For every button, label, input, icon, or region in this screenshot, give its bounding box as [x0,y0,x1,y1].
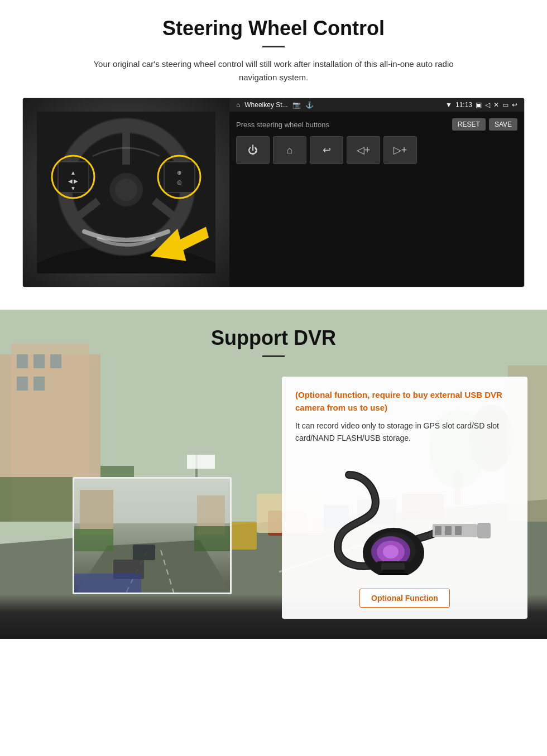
swc-instruction-row: Press steering wheel buttons RESET SAVE [236,118,517,131]
mirror-icon: ▭ [502,101,508,109]
svg-rect-54 [74,529,113,551]
steering-composite: ▲ ◀ ▶ ▼ ⊕ ◎ [22,98,525,287]
dvr-section: Support DVR [0,310,547,639]
wifi-icon: ▼ [445,101,452,109]
dvr-title: Support DVR [0,326,547,350]
dvr-title-area: Support DVR [0,310,547,373]
swc-instruction: Press steering wheel buttons [236,121,329,129]
clock: 11:13 [455,101,472,109]
dvr-title-underline [262,355,285,357]
usb-icon: ⚓ [305,101,314,109]
steering-title-underline [262,46,285,47]
statusbar-right: ▼ 11:13 ▣ ◁ ✕ ▭ ↩ [445,101,517,109]
svg-rect-52 [133,545,155,560]
dvr-optional-text: (Optional function, require to buy exter… [295,389,514,414]
steering-description: Your original car's steering wheel contr… [78,57,469,84]
svg-rect-56 [74,574,141,594]
svg-point-66 [383,545,399,558]
svg-rect-68 [381,563,405,571]
svg-rect-59 [445,526,452,535]
android-statusbar: ⌂ Wheelkey St... 📷 ⚓ ▼ 11:13 ▣ ◁ ✕ ▭ ↩ [229,98,524,112]
svg-rect-26 [33,377,45,391]
steering-photo: ▲ ◀ ▶ ▼ ⊕ ◎ [23,98,229,287]
back-nav-icon: ↩ [512,101,517,109]
app-name: Wheelkey St... [244,101,287,109]
svg-text:▲: ▲ [70,170,76,176]
svg-rect-25 [17,377,28,391]
statusbar-left: ⌂ Wheelkey St... 📷 ⚓ [236,101,314,109]
steering-wheel-svg: ▲ ◀ ▶ ▼ ⊕ ◎ [37,112,215,273]
android-panel: ⌂ Wheelkey St... 📷 ⚓ ▼ 11:13 ▣ ◁ ✕ ▭ ↩ [229,98,524,287]
svg-text:⊕: ⊕ [177,170,181,176]
dvr-screenshot-inner [74,479,230,593]
home-icon: ⌂ [236,101,240,109]
steering-title: Steering Wheel Control [22,17,525,40]
svg-rect-13 [164,162,195,192]
dvr-camera-image [295,452,514,581]
close-icon: ✕ [493,101,499,109]
save-button[interactable]: SAVE [489,118,517,131]
svg-rect-43 [187,455,215,469]
svg-text:▼: ▼ [70,185,76,191]
steering-section: Steering Wheel Control Your original car… [0,0,547,310]
svg-rect-58 [435,526,442,535]
svg-rect-47 [80,490,113,535]
swc-actions: RESET SAVE [452,118,517,131]
dvr-camera-svg [304,458,505,575]
svg-rect-60 [455,526,462,535]
optional-function-badge[interactable]: Optional Function [359,589,450,608]
optional-function-badge-container: Optional Function [295,589,514,608]
dvr-card: (Optional function, require to buy exter… [282,377,527,619]
cam-icon: ▣ [476,101,482,109]
vol-down-button[interactable]: ◁+ [347,136,380,164]
dvr-description: It can record video only to storage in G… [295,420,514,445]
svg-point-8 [115,179,137,201]
android-main-content: Press steering wheel buttons RESET SAVE … [229,112,524,287]
power-button[interactable]: ⏻ [236,136,270,164]
svg-text:◀ ▶: ◀ ▶ [68,178,79,184]
svg-rect-55 [194,526,232,551]
dvr-screenshot-svg [74,479,232,594]
swc-buttons-row: ⏻ ⌂ ↩ ◁+ ▷+ [236,136,517,164]
back-button[interactable]: ↩ [310,136,343,164]
home-button[interactable]: ⌂ [273,136,306,164]
steering-photo-inner: ▲ ◀ ▶ ▼ ⊕ ◎ [23,98,229,287]
reset-button[interactable]: RESET [452,118,486,131]
svg-rect-61 [477,523,491,538]
vol-up-button[interactable]: ▷+ [383,136,417,164]
dvr-screenshot [73,477,232,594]
svg-text:◎: ◎ [177,179,182,185]
svg-rect-70 [380,573,407,575]
sd-icon: 📷 [292,101,301,109]
vol-icon: ◁ [485,101,490,109]
